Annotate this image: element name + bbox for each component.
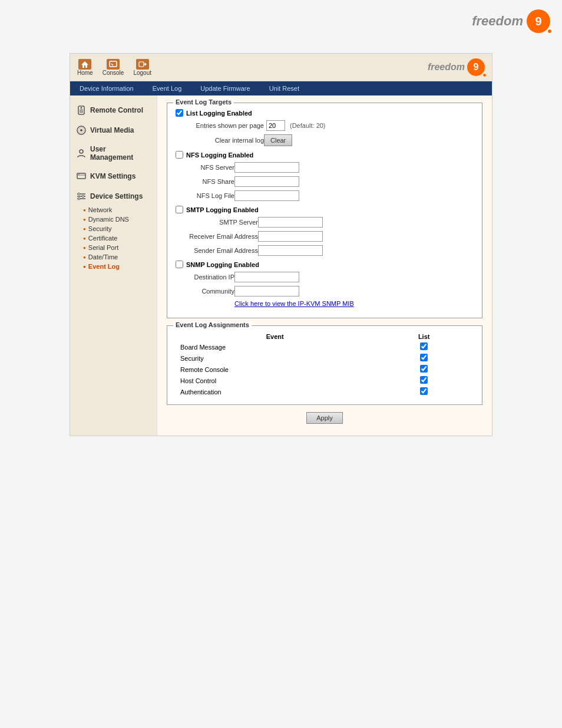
home-nav[interactable]: Home [77, 59, 93, 76]
table-row: Security [176, 353, 474, 364]
mib-link[interactable]: Click here to view the IP-KVM SNMP MIB [234, 300, 354, 307]
sidebar-item-kvm-settings[interactable]: KVM Settings [70, 167, 157, 185]
entries-input[interactable] [266, 120, 285, 131]
host-control-checkbox[interactable] [420, 376, 428, 384]
sidebar-sub-serial-port[interactable]: ● Serial Port [78, 243, 157, 252]
smtp-logging-checkbox[interactable] [176, 206, 183, 213]
community-input[interactable] [234, 286, 299, 297]
logout-label: Logout [133, 70, 151, 76]
sidebar: Remote Control Virtual Media [70, 95, 157, 436]
nfs-server-row: NFS Server [187, 162, 474, 173]
board-message-checkbox[interactable] [420, 342, 428, 350]
sidebar-item-device-settings[interactable]: Device Settings [70, 187, 157, 205]
event-list-remote-console[interactable] [374, 364, 474, 375]
nfs-logging-label: NFS Logging Enabled [186, 151, 253, 159]
svg-line-2 [111, 64, 113, 65]
sidebar-section-kvm-settings: KVM Settings [70, 167, 157, 185]
main-content-area: Event Log Targets List Logging Enabled E… [157, 95, 492, 436]
sidebar-section-user-management: User Management [70, 141, 157, 165]
sidebar-sub-certificate[interactable]: ● Certificate [78, 233, 157, 243]
smtp-server-label: SMTP Server [187, 219, 258, 226]
sender-email-input[interactable] [258, 245, 323, 256]
nfs-server-input[interactable] [234, 162, 299, 173]
assignments-table: Event List Board Message Security [176, 332, 474, 397]
svg-point-22 [78, 197, 80, 200]
remote-console-checkbox[interactable] [420, 365, 428, 373]
nfs-share-input[interactable] [234, 176, 299, 187]
remote-control-icon [76, 105, 87, 116]
svg-point-11 [80, 129, 82, 131]
sidebar-sub-event-log[interactable]: ● Event Log [78, 262, 157, 271]
logo-text: freedom [472, 14, 523, 29]
snmp-options: Destination IP Community Click here to v… [187, 272, 474, 307]
user-management-icon [76, 148, 87, 159]
table-row: Remote Console [176, 364, 474, 375]
sidebar-sub-dynamic-dns[interactable]: ● Dynamic DNS [78, 215, 157, 224]
event-name-board: Board Message [176, 341, 374, 353]
list-logging-checkbox[interactable] [176, 109, 183, 117]
sidebar-sub-network[interactable]: ● Network [78, 205, 157, 215]
snmp-logging-row: SNMP Logging Enabled [176, 261, 474, 268]
assignments-title: Event Log Assignments [173, 321, 252, 328]
security-checkbox[interactable] [420, 354, 428, 361]
snmp-logging-label: SNMP Logging Enabled [186, 261, 259, 268]
destination-ip-row: Destination IP [187, 272, 474, 282]
smtp-server-row: SMTP Server [187, 217, 474, 228]
kvm-settings-label: KVM Settings [90, 172, 135, 180]
logo-circle: 9 [527, 9, 550, 33]
logo-dot [547, 28, 553, 34]
event-list-board[interactable] [374, 341, 474, 353]
receiver-email-row: Receiver Email Address [187, 231, 474, 242]
sidebar-sub-datetime[interactable]: ● Date/Time [78, 252, 157, 262]
nav-event-log[interactable]: Event Log [143, 83, 191, 94]
smtp-server-input[interactable] [258, 217, 323, 228]
authentication-checkbox[interactable] [420, 387, 428, 395]
nfs-share-row: NFS Share [187, 176, 474, 187]
nav-update-firmware[interactable]: Update Firmware [191, 83, 259, 94]
user-management-label: User Management [90, 145, 151, 162]
community-row: Community [187, 286, 474, 297]
svg-point-21 [82, 195, 84, 197]
nfs-logging-checkbox[interactable] [176, 151, 183, 159]
list-logging-label: List Logging Enabled [186, 110, 252, 117]
list-logging-options: Entries shown per page (Default: 20) Cle… [187, 120, 474, 146]
event-name-remote-console: Remote Console [176, 364, 374, 375]
virtual-media-icon [76, 125, 87, 136]
clear-button[interactable]: Clear [264, 134, 292, 146]
virtual-media-label: Virtual Media [90, 126, 134, 134]
col-list: List [374, 332, 474, 341]
nfs-options: NFS Server NFS Share NFS Log File [187, 162, 474, 201]
apply-button[interactable]: Apply [306, 412, 343, 424]
sidebar-item-virtual-media[interactable]: Virtual Media [70, 121, 157, 139]
nfs-log-file-input[interactable] [234, 190, 299, 201]
event-list-authentication[interactable] [374, 386, 474, 397]
entries-per-page-row: Entries shown per page (Default: 20) [187, 120, 474, 131]
nav-device-info[interactable]: Device Information [70, 83, 143, 94]
sidebar-sub-security[interactable]: ● Security [78, 224, 157, 233]
svg-rect-7 [80, 110, 83, 110]
snmp-logging-checkbox[interactable] [176, 261, 183, 268]
nav-unit-reset[interactable]: Unit Reset [260, 83, 309, 94]
receiver-email-input[interactable] [258, 231, 323, 242]
inner-header: Home Console Logout [70, 54, 492, 81]
clear-log-row: Clear internal log Clear [187, 134, 474, 146]
destination-ip-input[interactable] [234, 272, 299, 282]
svg-rect-14 [77, 173, 85, 179]
logout-nav[interactable]: Logout [133, 59, 151, 76]
event-list-host-control[interactable] [374, 375, 474, 386]
smtp-options: SMTP Server Receiver Email Address Sende… [187, 217, 474, 256]
receiver-email-label: Receiver Email Address [187, 233, 258, 240]
sidebar-item-remote-control[interactable]: Remote Control [70, 101, 157, 119]
sidebar-item-user-management[interactable]: User Management [70, 141, 157, 165]
console-icon [107, 59, 120, 70]
svg-rect-9 [80, 112, 83, 113]
main-panel: Home Console Logout [70, 53, 492, 436]
remote-control-label: Remote Control [90, 106, 143, 114]
event-list-security[interactable] [374, 353, 474, 364]
nfs-logging-row: NFS Logging Enabled [176, 151, 474, 159]
svg-rect-3 [139, 62, 144, 67]
smtp-logging-label: SMTP Logging Enabled [186, 206, 259, 213]
sender-email-row: Sender Email Address [187, 245, 474, 256]
blue-navbar: Device Information Event Log Update Firm… [70, 81, 492, 95]
console-nav[interactable]: Console [103, 59, 124, 76]
